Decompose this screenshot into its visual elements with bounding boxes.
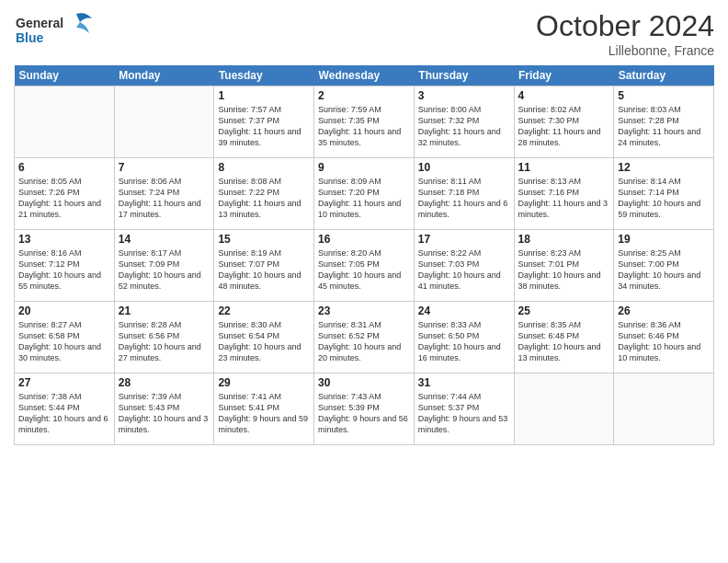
day-number: 26	[618, 304, 710, 317]
day-info: Sunrise: 8:33 AM Sunset: 6:50 PM Dayligh…	[418, 319, 510, 364]
day-info: Sunrise: 8:08 AM Sunset: 7:22 PM Dayligh…	[218, 176, 310, 221]
day-cell: 5Sunrise: 8:03 AM Sunset: 7:28 PM Daylig…	[614, 86, 714, 158]
day-info: Sunrise: 8:30 AM Sunset: 6:54 PM Dayligh…	[218, 319, 310, 364]
day-cell	[514, 373, 614, 445]
day-number: 31	[418, 376, 510, 389]
month-title: October 2024	[536, 9, 714, 43]
day-info: Sunrise: 7:41 AM Sunset: 5:41 PM Dayligh…	[218, 391, 310, 436]
day-cell: 9Sunrise: 8:09 AM Sunset: 7:20 PM Daylig…	[314, 158, 415, 230]
day-number: 10	[418, 161, 510, 174]
day-number: 25	[518, 304, 610, 317]
day-cell: 1Sunrise: 7:57 AM Sunset: 7:37 PM Daylig…	[214, 86, 314, 158]
day-cell: 7Sunrise: 8:06 AM Sunset: 7:24 PM Daylig…	[114, 158, 214, 230]
day-info: Sunrise: 8:03 AM Sunset: 7:28 PM Dayligh…	[618, 104, 710, 149]
day-info: Sunrise: 8:28 AM Sunset: 6:56 PM Dayligh…	[119, 319, 210, 364]
day-info: Sunrise: 8:11 AM Sunset: 7:18 PM Dayligh…	[418, 176, 510, 221]
day-number: 20	[18, 304, 110, 317]
week-row-1: 1Sunrise: 7:57 AM Sunset: 7:37 PM Daylig…	[15, 86, 714, 158]
header: General Blue October 2024 Lillebonne, Fr…	[14, 9, 714, 58]
day-cell: 6Sunrise: 8:05 AM Sunset: 7:26 PM Daylig…	[15, 158, 115, 230]
day-number: 15	[218, 233, 310, 246]
week-row-2: 6Sunrise: 8:05 AM Sunset: 7:26 PM Daylig…	[15, 158, 714, 230]
day-cell: 19Sunrise: 8:25 AM Sunset: 7:00 PM Dayli…	[614, 230, 714, 302]
day-cell: 15Sunrise: 8:19 AM Sunset: 7:07 PM Dayli…	[214, 230, 314, 302]
day-info: Sunrise: 7:43 AM Sunset: 5:39 PM Dayligh…	[318, 391, 410, 436]
svg-text:General: General	[16, 16, 63, 30]
day-cell: 24Sunrise: 8:33 AM Sunset: 6:50 PM Dayli…	[414, 302, 514, 373]
day-cell: 31Sunrise: 7:44 AM Sunset: 5:37 PM Dayli…	[414, 373, 514, 445]
day-cell: 13Sunrise: 8:16 AM Sunset: 7:12 PM Dayli…	[15, 230, 115, 302]
day-cell: 26Sunrise: 8:36 AM Sunset: 6:46 PM Dayli…	[614, 302, 714, 373]
week-row-5: 27Sunrise: 7:38 AM Sunset: 5:44 PM Dayli…	[15, 373, 714, 445]
col-friday: Friday	[514, 65, 614, 86]
day-info: Sunrise: 8:09 AM Sunset: 7:20 PM Dayligh…	[318, 176, 410, 221]
day-number: 30	[318, 376, 410, 389]
day-number: 14	[119, 233, 210, 246]
day-number: 12	[618, 161, 710, 174]
logo-block: General Blue	[14, 9, 97, 54]
day-info: Sunrise: 8:13 AM Sunset: 7:16 PM Dayligh…	[518, 176, 610, 221]
location: Lillebonne, France	[536, 43, 714, 58]
day-number: 17	[418, 233, 510, 246]
day-number: 8	[218, 161, 310, 174]
day-info: Sunrise: 8:20 AM Sunset: 7:05 PM Dayligh…	[318, 247, 410, 293]
day-info: Sunrise: 8:25 AM Sunset: 7:00 PM Dayligh…	[618, 247, 710, 293]
logo: General Blue	[14, 9, 97, 54]
day-info: Sunrise: 8:05 AM Sunset: 7:26 PM Dayligh…	[18, 176, 110, 221]
day-cell: 18Sunrise: 8:23 AM Sunset: 7:01 PM Dayli…	[514, 230, 614, 302]
day-number: 2	[318, 89, 410, 102]
week-row-3: 13Sunrise: 8:16 AM Sunset: 7:12 PM Dayli…	[15, 230, 714, 302]
svg-text:Blue: Blue	[16, 30, 44, 45]
day-cell: 27Sunrise: 7:38 AM Sunset: 5:44 PM Dayli…	[15, 373, 115, 445]
day-info: Sunrise: 8:22 AM Sunset: 7:03 PM Dayligh…	[418, 247, 510, 293]
day-info: Sunrise: 8:17 AM Sunset: 7:09 PM Dayligh…	[119, 247, 210, 293]
day-number: 4	[518, 89, 610, 102]
day-cell: 2Sunrise: 7:59 AM Sunset: 7:35 PM Daylig…	[314, 86, 415, 158]
day-cell: 16Sunrise: 8:20 AM Sunset: 7:05 PM Dayli…	[314, 230, 415, 302]
day-info: Sunrise: 8:35 AM Sunset: 6:48 PM Dayligh…	[518, 319, 610, 364]
day-info: Sunrise: 8:23 AM Sunset: 7:01 PM Dayligh…	[518, 247, 610, 293]
day-number: 7	[119, 161, 210, 174]
day-number: 27	[18, 376, 110, 389]
day-number: 18	[518, 233, 610, 246]
day-cell: 28Sunrise: 7:39 AM Sunset: 5:43 PM Dayli…	[114, 373, 214, 445]
day-cell	[614, 373, 714, 445]
day-cell	[15, 86, 115, 158]
day-cell: 17Sunrise: 8:22 AM Sunset: 7:03 PM Dayli…	[414, 230, 514, 302]
day-cell: 23Sunrise: 8:31 AM Sunset: 6:52 PM Dayli…	[314, 302, 415, 373]
day-info: Sunrise: 7:59 AM Sunset: 7:35 PM Dayligh…	[318, 104, 410, 149]
day-info: Sunrise: 8:27 AM Sunset: 6:58 PM Dayligh…	[18, 319, 110, 364]
day-info: Sunrise: 7:44 AM Sunset: 5:37 PM Dayligh…	[418, 391, 510, 436]
logo-svg: General Blue	[14, 9, 97, 51]
page: General Blue October 2024 Lillebonne, Fr…	[0, 0, 728, 563]
col-monday: Monday	[114, 65, 214, 86]
day-info: Sunrise: 8:14 AM Sunset: 7:14 PM Dayligh…	[618, 176, 710, 221]
day-info: Sunrise: 7:39 AM Sunset: 5:43 PM Dayligh…	[119, 391, 210, 436]
col-sunday: Sunday	[15, 65, 115, 86]
day-cell: 4Sunrise: 8:02 AM Sunset: 7:30 PM Daylig…	[514, 86, 614, 158]
day-number: 16	[318, 233, 410, 246]
day-number: 28	[119, 376, 210, 389]
day-cell: 8Sunrise: 8:08 AM Sunset: 7:22 PM Daylig…	[214, 158, 314, 230]
day-cell: 3Sunrise: 8:00 AM Sunset: 7:32 PM Daylig…	[414, 86, 514, 158]
col-thursday: Thursday	[414, 65, 514, 86]
header-row: Sunday Monday Tuesday Wednesday Thursday…	[15, 65, 714, 86]
day-cell: 30Sunrise: 7:43 AM Sunset: 5:39 PM Dayli…	[314, 373, 415, 445]
day-cell: 11Sunrise: 8:13 AM Sunset: 7:16 PM Dayli…	[514, 158, 614, 230]
day-number: 23	[318, 304, 410, 317]
day-info: Sunrise: 8:16 AM Sunset: 7:12 PM Dayligh…	[18, 247, 110, 293]
day-cell: 21Sunrise: 8:28 AM Sunset: 6:56 PM Dayli…	[114, 302, 214, 373]
day-number: 29	[218, 376, 310, 389]
day-number: 21	[119, 304, 210, 317]
day-number: 5	[618, 89, 710, 102]
day-cell: 12Sunrise: 8:14 AM Sunset: 7:14 PM Dayli…	[614, 158, 714, 230]
day-info: Sunrise: 8:00 AM Sunset: 7:32 PM Dayligh…	[418, 104, 510, 149]
col-tuesday: Tuesday	[214, 65, 314, 86]
day-info: Sunrise: 8:06 AM Sunset: 7:24 PM Dayligh…	[119, 176, 210, 221]
day-number: 24	[418, 304, 510, 317]
calendar-table: Sunday Monday Tuesday Wednesday Thursday…	[14, 65, 714, 445]
day-cell: 22Sunrise: 8:30 AM Sunset: 6:54 PM Dayli…	[214, 302, 314, 373]
day-number: 11	[518, 161, 610, 174]
day-info: Sunrise: 7:57 AM Sunset: 7:37 PM Dayligh…	[218, 104, 310, 149]
day-info: Sunrise: 7:38 AM Sunset: 5:44 PM Dayligh…	[18, 391, 110, 436]
